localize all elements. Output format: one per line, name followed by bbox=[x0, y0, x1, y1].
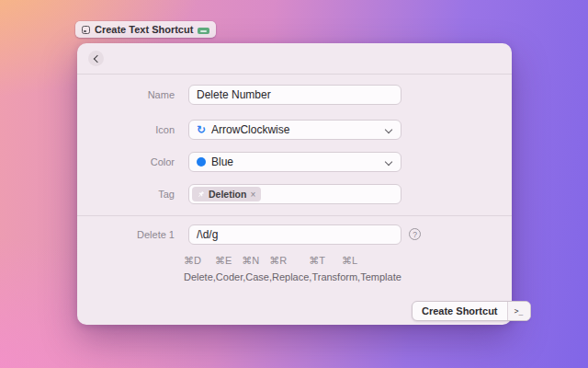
chevron-left-icon bbox=[93, 54, 100, 62]
window-tab-title: Create Text Shortcut bbox=[95, 24, 193, 35]
delete1-label: Delete 1 bbox=[77, 229, 175, 240]
tag-label: Tag bbox=[77, 189, 175, 200]
shortcut-hint: ⌘N bbox=[242, 255, 259, 267]
terminal-icon: >_ bbox=[514, 307, 524, 316]
shortcut-hint: ⌘E bbox=[215, 255, 232, 267]
chevron-down-icon bbox=[385, 158, 392, 166]
tag-chip: Deletion × bbox=[192, 187, 261, 201]
create-shortcut-button-group: Create Shortcut >_ bbox=[412, 301, 531, 321]
arrow-clockwise-icon: ↻ bbox=[197, 124, 206, 135]
delete1-input[interactable] bbox=[188, 224, 401, 245]
header-divider bbox=[77, 74, 512, 75]
blue-color-swatch-icon bbox=[197, 157, 206, 167]
create-shortcut-button[interactable]: Create Shortcut bbox=[413, 302, 507, 320]
icon-select-value: ArrowClockwise bbox=[211, 123, 289, 136]
icon-label: Icon bbox=[77, 124, 175, 135]
shortcut-hint: ⌘D bbox=[184, 255, 201, 267]
window-tab-create-text-shortcut[interactable]: Create Text Shortcut bbox=[75, 21, 216, 38]
icon-select[interactable]: ↻ ArrowClockwise bbox=[188, 120, 401, 140]
desktop-background: Create Text Shortcut Name Icon ↻ ArrowCl… bbox=[0, 0, 588, 368]
shortcut-hint: ⌘T bbox=[309, 255, 325, 267]
color-select[interactable]: Blue bbox=[188, 152, 401, 172]
tag-chip-label: Deletion bbox=[209, 189, 246, 200]
shortcut-hint: ⌘R bbox=[269, 255, 287, 267]
shortcut-hint: ⌘L bbox=[342, 255, 357, 267]
color-label: Color bbox=[77, 156, 175, 167]
name-label: Name bbox=[77, 89, 175, 100]
remove-tag-icon[interactable]: × bbox=[250, 190, 255, 200]
back-button[interactable] bbox=[88, 51, 104, 66]
color-select-value: Blue bbox=[211, 155, 233, 168]
pin-icon bbox=[198, 190, 205, 198]
chevron-down-icon bbox=[385, 126, 392, 133]
shortcut-hints: ⌘D ⌘E ⌘N ⌘R ⌘T ⌘L bbox=[184, 255, 357, 267]
tag-input[interactable]: Deletion × bbox=[188, 184, 401, 204]
help-icon[interactable]: ? bbox=[409, 228, 421, 240]
window-icon bbox=[82, 26, 90, 34]
printer-icon bbox=[198, 25, 209, 34]
terminal-button[interactable]: >_ bbox=[508, 302, 530, 320]
tags-summary: Delete,Coder,Case,Replace,Transform,Temp… bbox=[184, 271, 401, 282]
section-divider bbox=[77, 215, 512, 216]
name-input[interactable] bbox=[188, 85, 401, 105]
create-shortcut-dialog: Name Icon ↻ ArrowClockwise Color Blue Ta… bbox=[77, 43, 512, 325]
